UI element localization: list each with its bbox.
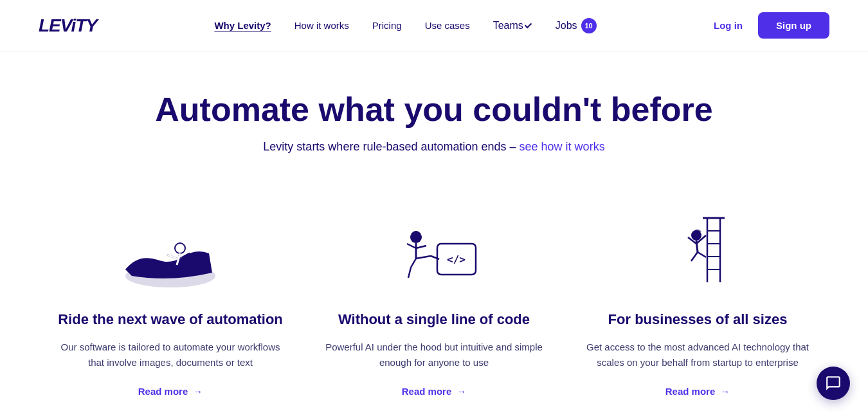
card-business: For businesses of all sizes Get access t…	[585, 205, 810, 397]
card-code-title: Without a single line of code	[338, 311, 530, 329]
svg-line-16	[407, 244, 416, 248]
chevron-down-icon	[525, 21, 532, 28]
hero-section: Automate what you couldn't before Levity…	[0, 51, 868, 179]
nav-how-it-works[interactable]: How it works	[294, 20, 349, 31]
card-business-title: For businesses of all sizes	[608, 311, 788, 329]
nav-pricing[interactable]: Pricing	[372, 20, 402, 31]
nav-teams[interactable]: Teams	[493, 20, 532, 32]
navbar: LEViTY Why Levity? How it works Pricing …	[0, 0, 868, 51]
surfer-illustration	[119, 205, 222, 295]
login-button[interactable]: Log in	[714, 20, 743, 31]
nav-jobs[interactable]: Jobs 10	[556, 18, 597, 33]
climber-illustration	[646, 205, 749, 295]
svg-line-33	[691, 252, 698, 261]
card-business-description: Get access to the most advanced AI techn…	[585, 340, 810, 370]
arrow-right-icon: →	[720, 386, 730, 397]
hero-subtext: Levity starts where rule-based automatio…	[13, 140, 855, 154]
card-wave-read-more[interactable]: Read more →	[138, 386, 203, 397]
card-code: </> Without a single line of code Powerf…	[321, 205, 547, 397]
card-wave-title: Ride the next wave of automation	[58, 311, 283, 329]
card-code-description: Powerful AI under the hood but intuitive…	[321, 340, 547, 370]
jobs-badge-count: 10	[581, 18, 597, 33]
feature-cards: Ride the next wave of automation Our sof…	[0, 179, 868, 418]
arrow-right-icon: →	[193, 386, 203, 397]
nav-why-levity[interactable]: Why Levity?	[214, 20, 271, 31]
arrow-right-icon: →	[457, 386, 466, 397]
nav-links: Why Levity? How it works Pricing Use cas…	[214, 18, 596, 33]
svg-line-21	[408, 268, 411, 278]
logo[interactable]: LEViTY	[39, 15, 97, 36]
signup-button[interactable]: Sign up	[758, 12, 829, 39]
card-business-read-more[interactable]: Read more →	[665, 386, 730, 397]
card-wave: Ride the next wave of automation Our sof…	[58, 205, 283, 397]
svg-line-17	[416, 246, 426, 248]
card-wave-description: Our software is tailored to automate you…	[58, 340, 283, 370]
svg-line-19	[416, 256, 431, 259]
svg-line-18	[411, 259, 416, 268]
coder-illustration: </>	[383, 205, 485, 295]
chat-button[interactable]	[817, 367, 850, 400]
card-code-read-more[interactable]: Read more →	[402, 386, 467, 397]
hero-headline: Automate what you couldn't before	[13, 90, 855, 129]
svg-line-34	[698, 252, 706, 257]
svg-point-8	[175, 243, 185, 253]
nav-use-cases[interactable]: Use cases	[425, 20, 470, 31]
nav-actions: Log in Sign up	[714, 12, 829, 39]
svg-text:</>: </>	[447, 253, 466, 266]
svg-line-10	[167, 255, 177, 259]
hero-sublink[interactable]: see how it works	[520, 140, 605, 153]
